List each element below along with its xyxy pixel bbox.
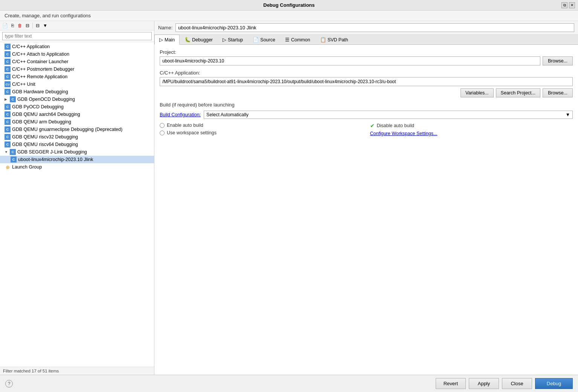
debug-button[interactable]: Debug	[535, 378, 573, 389]
collapse-all-icon[interactable]: ⊟	[24, 22, 31, 29]
list-item[interactable]: C C/C++ Attach to Application	[0, 50, 154, 58]
list-item[interactable]: C GDB QEMU arm Debugging	[0, 118, 154, 126]
tab-debugger[interactable]: 🐛 Debugger	[180, 35, 218, 44]
project-input[interactable]	[160, 56, 540, 65]
filter-box	[0, 30, 154, 42]
c-icon: C	[5, 126, 11, 132]
tab-source-label: Source	[260, 37, 275, 43]
c-icon: C	[5, 44, 11, 50]
main-content: 📄 ⎘ 🗑 ⊟ ⊟ ▼ C C/C++ Application C C/C++ …	[0, 21, 578, 375]
c-icon: CU	[5, 81, 11, 87]
debugger-tab-icon: 🐛	[185, 37, 191, 43]
list-item[interactable]: C GDB QEMU riscv32 Debugging	[0, 133, 154, 141]
filter-input[interactable]	[2, 32, 152, 40]
list-item[interactable]: CU C/C++ Unit	[0, 81, 154, 88]
new-config-icon[interactable]: 📄	[2, 22, 8, 29]
item-label: C/C++ Unit	[12, 82, 35, 87]
main-tab-icon: ▷	[159, 37, 163, 43]
item-label: GDB QEMU gnuarmeclipse Debugging (Deprec…	[12, 127, 122, 132]
close-button[interactable]: ✕	[569, 2, 575, 8]
list-item-launch[interactable]: ⊕ Launch Group	[0, 163, 154, 171]
source-tab-icon: 📄	[253, 37, 259, 43]
tab-svdpath[interactable]: 📋 SVD Path	[315, 35, 353, 44]
filter-icon[interactable]: ⊟	[34, 22, 41, 29]
radio-enable-auto: Enable auto build	[160, 123, 363, 128]
project-browse-button[interactable]: Browse...	[543, 56, 573, 65]
help-icon[interactable]: ?	[5, 380, 13, 387]
c-icon: C	[5, 51, 11, 57]
right-tab-content: Project: Browse... C/C++ Application: Va…	[154, 45, 578, 375]
configure-workspace-link[interactable]: Configure Workspace Settings...	[370, 131, 438, 136]
enable-auto-radio[interactable]	[160, 123, 165, 128]
c-icon: C	[5, 119, 11, 125]
list-item[interactable]: C GDB QEMU riscv64 Debugging	[0, 141, 154, 148]
c-icon: C	[5, 134, 11, 140]
tab-main[interactable]: ▷ Main	[154, 35, 180, 45]
tab-debugger-label: Debugger	[192, 37, 213, 43]
right-panel: Name: ▷ Main 🐛 Debugger ▷ Startup 📄 Sour…	[154, 21, 578, 375]
radio-cols: Enable auto build Use workspace settings…	[160, 123, 573, 136]
tab-svdpath-label: SVD Path	[328, 37, 348, 43]
tab-common[interactable]: ☰ Common	[280, 35, 315, 44]
filter-dropdown-icon[interactable]: ▼	[42, 22, 49, 29]
subtitle-text: Create, manage, and run configurations	[5, 13, 91, 18]
item-label: GDB QEMU aarch64 Debugging	[12, 112, 80, 117]
subtitle-wrapper: Create, manage, and run configurations	[0, 11, 578, 21]
search-project-button[interactable]: Search Project...	[496, 88, 540, 97]
item-label: C/C++ Postmortem Debugger	[12, 67, 74, 72]
list-item[interactable]: C C/C++ Container Launcher	[0, 58, 154, 65]
radio-use-workspace: Use workspace settings	[160, 130, 363, 135]
app-browse-button[interactable]: Browse...	[543, 88, 573, 97]
list-item[interactable]: C GDB Hardware Debugging	[0, 88, 154, 96]
duplicate-icon[interactable]: ⎘	[9, 22, 16, 29]
build-config-link[interactable]: Build Configuration:	[160, 112, 201, 117]
list-item[interactable]: ▶ C GDB OpenOCD Debugging	[0, 96, 154, 103]
project-label: Project:	[160, 49, 573, 55]
startup-tab-icon: ▷	[223, 37, 226, 43]
app-btn-row: Variables... Search Project... Browse...	[160, 88, 573, 97]
list-item[interactable]: C C/C++ Application	[0, 43, 154, 50]
left-toolbar: 📄 ⎘ 🗑 ⊟ ⊟ ▼	[0, 21, 154, 30]
title-bar-controls: ⧉ ✕	[561, 2, 575, 8]
list-item[interactable]: ▼ C GDB SEGGER J-Link Debugging	[0, 148, 154, 156]
list-item-selected[interactable]: C uboot-linux4microchip-2023.10 Jlink	[0, 156, 154, 163]
item-label: Launch Group	[12, 164, 42, 170]
build-config-dropdown-icon: ▼	[566, 112, 570, 117]
subtitle-bar: Create, manage, and run configurations	[0, 11, 578, 21]
apply-button[interactable]: Apply	[469, 378, 499, 389]
revert-button[interactable]: Revert	[436, 378, 466, 389]
c-icon: C	[5, 66, 11, 72]
radio-col-right: ✔ Disable auto build Configure Workspace…	[370, 123, 573, 136]
variables-button[interactable]: Variables...	[461, 88, 494, 97]
build-section: Build (if required) before launching Bui…	[160, 102, 573, 136]
use-workspace-label: Use workspace settings	[167, 130, 217, 135]
restore-button[interactable]: ⧉	[561, 2, 567, 8]
bottom-bar: ? Revert Apply Close Debug	[0, 375, 578, 392]
item-label: GDB QEMU riscv64 Debugging	[12, 142, 78, 147]
radio-disable-auto: ✔ Disable auto build	[370, 123, 573, 129]
app-row	[160, 77, 573, 86]
name-input[interactable]	[175, 23, 574, 32]
project-field-group: Project: Browse...	[160, 49, 573, 65]
item-label: uboot-linux4microchip-2023.10 Jlink	[18, 157, 93, 162]
list-item[interactable]: C GDB PyOCD Debugging	[0, 103, 154, 111]
list-item[interactable]: C C/C++ Postmortem Debugger	[0, 65, 154, 73]
list-item[interactable]: C C/C++ Remote Application	[0, 73, 154, 81]
item-label: GDB PyOCD Debugging	[12, 104, 64, 109]
build-config-value: Select Automatically	[206, 112, 249, 117]
build-config-select[interactable]: Select Automatically ▼	[204, 111, 573, 119]
list-item[interactable]: C GDB QEMU aarch64 Debugging	[0, 111, 154, 118]
radio-col-left: Enable auto build Use workspace settings	[160, 123, 363, 136]
build-section-title: Build (if required) before launching	[160, 102, 573, 108]
delete-icon[interactable]: 🗑	[17, 22, 23, 29]
tab-startup[interactable]: ▷ Startup	[218, 35, 248, 44]
c-icon: C	[10, 96, 16, 102]
title-bar: Debug Configurations ⧉ ✕	[0, 0, 578, 11]
tab-source[interactable]: 📄 Source	[248, 35, 280, 44]
use-workspace-radio[interactable]	[160, 131, 165, 135]
list-item[interactable]: C GDB QEMU gnuarmeclipse Debugging (Depr…	[0, 126, 154, 133]
close-button[interactable]: Close	[502, 378, 532, 389]
tab-main-label: Main	[165, 37, 175, 43]
app-input[interactable]	[160, 77, 573, 86]
launch-group-icon: ⊕	[5, 164, 11, 170]
